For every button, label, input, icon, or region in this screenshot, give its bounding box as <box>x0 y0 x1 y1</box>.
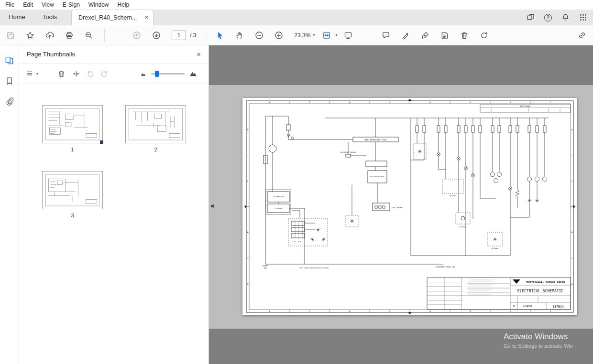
panel-toolbar: ▾ <box>19 64 209 84</box>
svg-text:OPTIONAL: OPTIONAL <box>450 195 457 197</box>
thumbnail-page-3[interactable]: 3 <box>42 171 103 218</box>
svg-text:6: 6 <box>349 310 351 312</box>
zoom-search-icon[interactable] <box>85 31 93 40</box>
svg-text:4: 4 <box>429 101 431 104</box>
link-icon[interactable] <box>578 31 586 40</box>
delete-pages-icon[interactable] <box>57 70 66 78</box>
save-icon[interactable] <box>6 31 15 40</box>
reading-mode-icon[interactable] <box>344 31 352 40</box>
switch-windows-icon[interactable] <box>527 13 535 21</box>
zoom-in-icon[interactable] <box>275 31 283 40</box>
panel-title: Page Thumbnails <box>27 51 75 58</box>
page-fit-icon <box>322 31 331 40</box>
fill-sign-icon[interactable] <box>440 31 449 40</box>
zoom-level-dropdown[interactable]: 23.3% ▾ <box>294 32 315 39</box>
zoom-out-icon[interactable] <box>255 31 264 40</box>
thumbnail-preview <box>126 106 186 143</box>
thumbnail-options-icon[interactable] <box>26 70 34 78</box>
print-icon[interactable] <box>65 31 74 40</box>
svg-text:65459: 65459 <box>523 304 532 308</box>
page-fit-dropdown[interactable]: ▾ <box>322 31 337 40</box>
svg-text:B: B <box>513 304 515 307</box>
svg-text:ELECTRICAL SCHEMATIC: ELECTRICAL SCHEMATIC <box>517 289 564 293</box>
svg-text:C: C <box>571 180 573 182</box>
close-tab-icon[interactable]: × <box>144 13 148 21</box>
thumbnail-label: 3 <box>42 213 103 218</box>
pdf-page[interactable]: 8 7 6 5 4 3 2 1 8 7 6 5 4 3 2 1 D <box>242 98 577 315</box>
activate-windows-watermark: Activate Windows Go to Settings to activ… <box>504 332 573 349</box>
apps-grid-icon[interactable] <box>579 13 587 21</box>
menu-help[interactable]: Help <box>113 1 134 8</box>
rotate-icon[interactable] <box>480 31 488 40</box>
trash-icon[interactable] <box>460 31 469 40</box>
attachments-paperclip-icon[interactable] <box>5 97 14 106</box>
thumbnail-preview <box>43 106 102 143</box>
panel-close-icon[interactable]: × <box>197 50 201 58</box>
svg-text:INSTRUMENT PANEL GND: INSTRUMENT PANEL GND <box>436 266 455 268</box>
thumbnail-size-slider[interactable] <box>151 73 185 75</box>
hand-tool-icon[interactable] <box>235 31 244 40</box>
svg-text:FAN CONTROL: FAN CONTROL <box>392 207 403 209</box>
thumbnail-page-1[interactable]: 1 <box>42 105 103 152</box>
menu-window[interactable]: Window <box>84 1 113 8</box>
svg-text:8: 8 <box>269 101 270 104</box>
previous-page-icon[interactable] <box>132 31 141 40</box>
svg-text:OPTIONAL: OPTIONAL <box>492 247 499 249</box>
svg-text:FAN CIRCUIT BREAKER: FAN CIRCUIT BREAKER <box>340 151 357 153</box>
tab-tools[interactable]: Tools <box>34 9 66 25</box>
thumbnail-list: 1 2 <box>19 84 209 342</box>
menu-bar: File Edit View E-Sign Window Help <box>0 0 593 10</box>
thumbnail-size-small-icon[interactable] <box>141 71 146 76</box>
svg-text:3: 3 <box>470 310 471 312</box>
share-upload-icon[interactable] <box>45 31 54 40</box>
svg-text:C: C <box>247 180 249 182</box>
help-icon[interactable]: ? <box>544 14 552 21</box>
thumbnails-panel: Page Thumbnails × ▾ <box>19 45 209 364</box>
bookmarks-icon[interactable] <box>5 76 14 86</box>
svg-text:8: 8 <box>269 310 270 312</box>
undo-icon[interactable] <box>87 70 95 78</box>
document-area[interactable]: 8 7 6 5 4 3 2 1 8 7 6 5 4 3 2 1 D <box>209 45 593 364</box>
thumbnail-size-large-icon[interactable] <box>189 69 197 77</box>
slider-handle[interactable] <box>155 71 159 77</box>
svg-text:LEFT LIGHT: LEFT LIGHT <box>293 241 301 243</box>
svg-text:5: 5 <box>389 101 391 104</box>
schematic-drawing: 8 7 6 5 4 3 2 1 8 7 6 5 4 3 2 1 D <box>242 98 577 315</box>
collapse-panel-icon[interactable]: ◀ <box>210 203 214 208</box>
next-page-icon[interactable] <box>152 31 161 40</box>
tab-document[interactable]: Drexel_R40_Schem... × <box>71 10 154 25</box>
selection-marker <box>100 140 103 144</box>
menu-file[interactable]: File <box>1 1 19 8</box>
highlight-icon[interactable] <box>401 31 410 40</box>
comment-icon[interactable] <box>382 31 390 40</box>
tab-home[interactable]: Home <box>0 9 34 25</box>
favorite-star-icon[interactable] <box>26 31 34 40</box>
thumbnail-label: 2 <box>125 147 186 152</box>
menu-view[interactable]: View <box>37 1 58 8</box>
svg-text:LEFT LIGHT MODIFICATION OPTION: LEFT LIGHT MODIFICATION OPTIONAL <box>299 267 329 269</box>
watermark-title: Activate Windows <box>504 332 573 342</box>
redo-icon[interactable] <box>100 70 108 78</box>
svg-text:6: 6 <box>349 101 351 104</box>
chevron-down-icon: ▾ <box>36 72 38 76</box>
select-tool-icon[interactable] <box>216 31 224 40</box>
menu-edit[interactable]: Edit <box>19 1 37 8</box>
page-number-input[interactable] <box>172 31 186 40</box>
svg-text:7: 7 <box>309 101 310 104</box>
zoom-level-value: 23.3% <box>294 32 310 39</box>
draw-pen-icon[interactable] <box>421 31 429 40</box>
svg-text:7: 7 <box>309 310 310 312</box>
svg-text:2: 2 <box>510 101 511 104</box>
svg-text:4: 4 <box>429 310 431 312</box>
insert-pages-icon[interactable] <box>72 70 80 78</box>
notifications-bell-icon[interactable] <box>561 13 570 21</box>
chevron-down-icon: ▾ <box>313 33 315 37</box>
menu-esign[interactable]: E-Sign <box>58 1 84 8</box>
svg-text:OPTIONAL: OPTIONAL <box>460 226 467 228</box>
thumbnail-page-2[interactable]: 2 <box>125 105 186 152</box>
svg-text:D: D <box>247 128 249 131</box>
page-thumbnails-icon[interactable] <box>5 56 14 65</box>
watermark-subtitle: Go to Settings to activate Win <box>504 343 573 349</box>
thumbnail-preview <box>43 171 102 209</box>
svg-text:5: 5 <box>389 310 391 312</box>
